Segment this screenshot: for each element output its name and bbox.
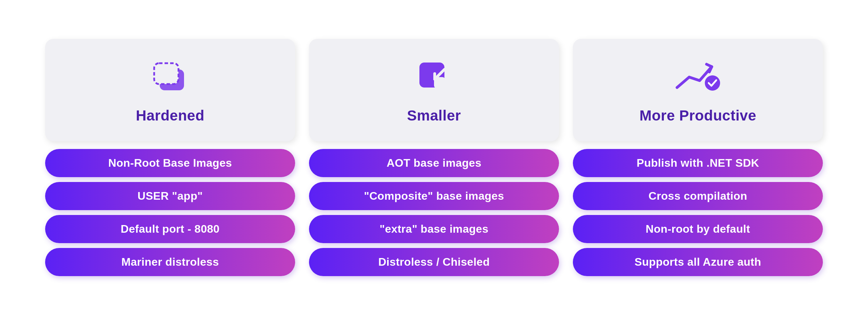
- smaller-icon: [411, 58, 457, 96]
- pill-label: Supports all Azure auth: [635, 256, 761, 268]
- pill-extra-base-images: "extra" base images: [309, 215, 559, 243]
- column-smaller: Smaller AOT base images "Composite" base…: [309, 39, 559, 276]
- more-productive-title: More Productive: [640, 107, 757, 124]
- hardened-pills: Non-Root Base Images USER "app" Default …: [45, 149, 295, 276]
- pill-label: Cross compilation: [649, 190, 747, 202]
- svg-point-5: [705, 75, 720, 91]
- pill-label: "extra" base images: [379, 223, 489, 235]
- pill-label: Non-Root Base Images: [108, 157, 232, 169]
- pill-distroless-chiseled: Distroless / Chiseled: [309, 248, 559, 276]
- card-smaller: Smaller: [309, 39, 559, 141]
- main-container: Hardened Non-Root Base Images USER "app"…: [17, 25, 851, 290]
- pill-default-port: Default port - 8080: [45, 215, 295, 243]
- pill-label: "Composite" base images: [364, 190, 504, 202]
- pill-non-root-default: Non-root by default: [573, 215, 823, 243]
- column-more-productive: More Productive Publish with .NET SDK Cr…: [573, 39, 823, 276]
- svg-rect-1: [154, 63, 178, 84]
- pill-label: Distroless / Chiseled: [378, 256, 490, 268]
- card-hardened: Hardened: [45, 39, 295, 141]
- pill-label: Non-root by default: [646, 223, 750, 235]
- hardened-icon: [148, 58, 193, 96]
- pill-label: USER "app": [137, 190, 203, 202]
- smaller-title: Smaller: [407, 107, 461, 124]
- pill-label: AOT base images: [386, 157, 481, 169]
- pill-label: Publish with .NET SDK: [637, 157, 759, 169]
- pill-publish-net-sdk: Publish with .NET SDK: [573, 149, 823, 177]
- pill-mariner-distroless: Mariner distroless: [45, 248, 295, 276]
- pill-cross-compilation: Cross compilation: [573, 182, 823, 210]
- pill-supports-azure-auth: Supports all Azure auth: [573, 248, 823, 276]
- pill-non-root-base-images: Non-Root Base Images: [45, 149, 295, 177]
- more-productive-icon: [675, 58, 720, 96]
- pill-user-app: USER "app": [45, 182, 295, 210]
- column-hardened: Hardened Non-Root Base Images USER "app"…: [45, 39, 295, 276]
- more-productive-pills: Publish with .NET SDK Cross compilation …: [573, 149, 823, 276]
- pill-label: Mariner distroless: [121, 256, 219, 268]
- hardened-title: Hardened: [136, 107, 205, 124]
- pill-aot-base-images: AOT base images: [309, 149, 559, 177]
- pill-composite-base-images: "Composite" base images: [309, 182, 559, 210]
- pill-label: Default port - 8080: [121, 223, 220, 235]
- card-more-productive: More Productive: [573, 39, 823, 141]
- smaller-pills: AOT base images "Composite" base images …: [309, 149, 559, 276]
